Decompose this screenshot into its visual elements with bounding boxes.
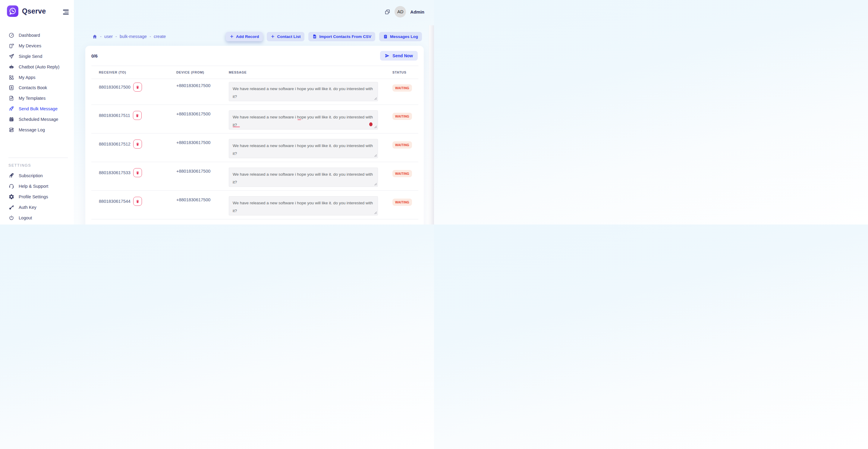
sidebar-item-scheduled-message[interactable]: Scheduled Message: [0, 114, 74, 124]
message-textarea[interactable]: [229, 110, 378, 130]
receiver-number: 8801830617533: [99, 170, 130, 175]
home-icon[interactable]: [92, 34, 97, 39]
receiver-number: 8801830617500: [99, 85, 130, 90]
table-row: 8801830617500 +8801830617500 WAITING: [91, 79, 418, 105]
delete-record-button[interactable]: [133, 111, 142, 120]
brand-name: Qserve: [22, 7, 46, 15]
device-number: +8801830617500: [176, 169, 229, 173]
sidebar-item-label: Contacts Book: [19, 85, 47, 90]
device-number: +8801830617500: [176, 140, 229, 145]
action-button-label: Import Contacts From CSV: [319, 34, 371, 39]
user-cluster: AD Admin: [384, 6, 424, 18]
contact-list-button[interactable]: Contact List: [267, 32, 304, 41]
send-now-button[interactable]: Send Now: [380, 51, 418, 61]
status-badge: WAITING: [393, 170, 412, 177]
action-buttons: Add Record Contact List CSV Import Conta…: [226, 32, 422, 41]
sidebar-item-message-log[interactable]: Message Log: [0, 124, 74, 135]
table-row: 8801830617533 +8801830617500 WAITING: [91, 162, 418, 191]
sidebar: Qserve Dashboard My Devices Single Send …: [0, 0, 74, 224]
sidebar-item-my-devices[interactable]: My Devices: [0, 41, 74, 51]
message-textarea[interactable]: [229, 167, 378, 187]
sidebar-item-contacts-book[interactable]: Contacts Book: [0, 83, 74, 93]
action-button-label: Contact List: [277, 34, 301, 39]
sidebar-item-my-apps[interactable]: My Apps: [0, 72, 74, 83]
breadcrumb: -user-bulk-message-create: [92, 34, 166, 39]
avatar[interactable]: AD: [395, 6, 406, 18]
device-number: +8801830617500: [176, 111, 229, 116]
copy-icon[interactable]: [384, 9, 390, 15]
bulk-message-card: 0/6 Send Now RECEIVER (TO)DEVICE (FROM)M…: [85, 46, 424, 224]
sidebar-item-label: Single Send: [19, 54, 42, 59]
device-number: +8801830617500: [176, 83, 229, 88]
send-plane-icon: [385, 53, 390, 58]
table-row: 8801830617512 +8801830617500 WAITING: [91, 133, 418, 162]
template-file-icon: [8, 95, 14, 101]
receiver-number: 8801830617544: [99, 199, 130, 204]
send-now-label: Send Now: [393, 53, 413, 58]
hamburger-menu-icon[interactable]: [63, 10, 69, 14]
sidebar-item-label: Logout: [19, 216, 32, 220]
delete-record-button[interactable]: [133, 139, 142, 149]
messages-log-button[interactable]: Messages Log: [379, 32, 422, 41]
sidebar-item-logout[interactable]: Logout: [0, 213, 74, 223]
user-name[interactable]: Admin: [410, 9, 424, 14]
action-button-label: Messages Log: [390, 34, 418, 39]
table-row: 8801830617544 +8801830617500 WAITING: [91, 191, 418, 219]
column-header: STATUS: [393, 70, 418, 74]
sidebar-nav: Dashboard My Devices Single Send Chatbot…: [0, 30, 74, 135]
status-badge: WAITING: [393, 84, 412, 92]
sidebar-item-label: My Apps: [19, 75, 36, 80]
sidebar-item-label: Help & Support: [19, 184, 48, 189]
messages-table: RECEIVER (TO)DEVICE (FROM)MESSAGESTATUS …: [91, 66, 418, 219]
apps-grid-icon: [8, 74, 14, 81]
breadcrumb-item-user[interactable]: user: [104, 34, 113, 39]
import-contacts-from-csv-button[interactable]: CSV Import Contacts From CSV: [308, 32, 375, 41]
device-signal-icon: [8, 43, 14, 49]
breadcrumb-separator: -: [116, 34, 117, 39]
sidebar-item-help-support[interactable]: Help & Support: [0, 181, 74, 192]
sidebar-item-profile-settings[interactable]: Profile Settings: [0, 192, 74, 202]
receiver-number: 8801830617511: [99, 113, 130, 118]
breadcrumb-item-bulk-message[interactable]: bulk-message: [120, 34, 147, 39]
sidebar-item-label: Send Bulk Message: [19, 106, 58, 111]
sidebar-item-single-send[interactable]: Single Send: [0, 51, 74, 62]
sidebar-item-dashboard[interactable]: Dashboard: [0, 30, 74, 41]
headset-icon: [8, 183, 14, 189]
page-scrollbar[interactable]: [429, 25, 434, 224]
delete-record-button[interactable]: [133, 197, 142, 206]
contacts-book-icon: [8, 85, 14, 91]
trash-icon: [135, 199, 140, 203]
breadcrumb-separator: -: [100, 34, 101, 39]
sidebar-item-label: Scheduled Message: [19, 117, 58, 122]
trash-icon: [135, 114, 139, 118]
breadcrumb-item-create[interactable]: create: [154, 34, 166, 39]
delete-record-button[interactable]: [133, 168, 142, 177]
calendar-icon: [8, 116, 14, 122]
message-textarea[interactable]: [229, 196, 378, 216]
table-body: 8801830617500 +8801830617500 WAITING 880…: [91, 79, 418, 219]
sidebar-item-my-templates[interactable]: My Templates: [0, 93, 74, 104]
action-button-label: Add Record: [236, 34, 259, 39]
sidebar-item-auth-key[interactable]: Auth Key: [0, 202, 74, 213]
robot-icon: [8, 64, 14, 70]
receiver-number: 8801830617512: [99, 141, 130, 147]
sidebar-item-label: Chatbot (Auto Reply): [19, 64, 59, 69]
sidebar-item-subscription[interactable]: Subscription: [0, 170, 74, 181]
plus-icon: [271, 34, 275, 39]
delete-record-button[interactable]: [133, 83, 142, 92]
brand-logo[interactable]: Qserve: [0, 0, 74, 17]
message-log-icon: [8, 127, 14, 133]
gauge-icon: [8, 32, 14, 38]
column-header: MESSAGE: [229, 70, 378, 74]
add-record-button[interactable]: Add Record: [226, 32, 263, 41]
sidebar-item-label: Profile Settings: [19, 194, 48, 199]
message-textarea[interactable]: [229, 82, 378, 101]
svg-text:CSV: CSV: [314, 36, 315, 38]
gear-icon: [8, 194, 14, 200]
device-number: +8801830617500: [176, 197, 229, 202]
clipboard-icon: [383, 34, 388, 39]
sidebar-settings-nav: Subscription Help & Support Profile Sett…: [0, 170, 74, 223]
sidebar-item-chatbot-auto-reply[interactable]: Chatbot (Auto Reply): [0, 62, 74, 72]
message-textarea[interactable]: [229, 139, 378, 158]
sidebar-item-send-bulk-message[interactable]: Send Bulk Message: [0, 104, 74, 114]
